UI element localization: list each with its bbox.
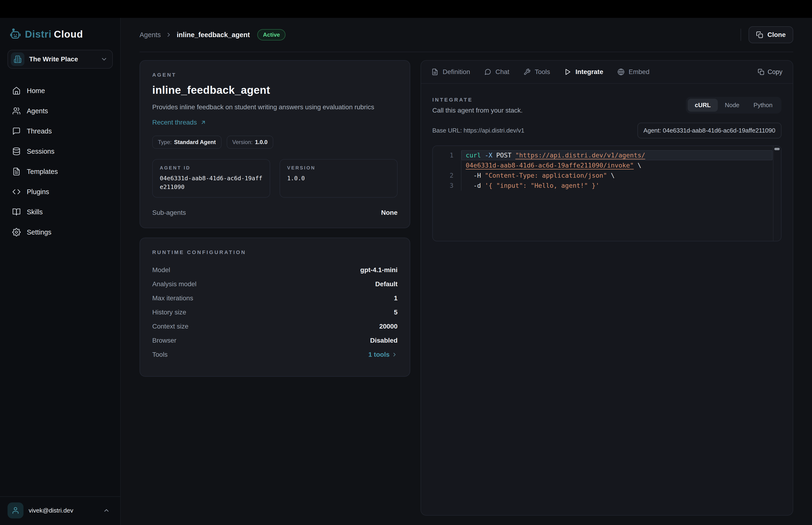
- tab-tools[interactable]: Tools: [523, 68, 550, 76]
- sub-agents-row: Sub-agents None: [152, 209, 398, 216]
- code-token-url: 04e6331d-aab8-41d6-ac6d-19affe211090/inv…: [466, 162, 634, 169]
- user-email: vivek@distri.dev: [29, 507, 98, 514]
- left-column: AGENT inline_feedback_agent Provides inl…: [140, 60, 410, 525]
- clone-button-label: Clone: [767, 31, 786, 39]
- tab-chat[interactable]: Chat: [484, 68, 509, 76]
- recent-threads-link[interactable]: Recent threads: [152, 119, 206, 126]
- line-number: 3: [433, 180, 461, 191]
- main-area: Agents inline_feedback_agent Active Clon…: [121, 18, 812, 525]
- agent-id-chip[interactable]: Agent: 04e6331d-aab8-41d6-ac6d-19affe211…: [638, 123, 781, 138]
- copy-button-label: Copy: [768, 69, 782, 76]
- building-icon: [11, 52, 25, 66]
- sidebar-item-home[interactable]: Home: [7, 83, 113, 99]
- tab-label: Integrate: [576, 68, 603, 76]
- integrate-header: INTEGRATE Call this agent from your stac…: [432, 97, 781, 114]
- runtime-row-value: gpt-4.1-mini: [360, 266, 398, 274]
- sub-agents-value: None: [381, 209, 398, 216]
- runtime-row-label: Model: [152, 266, 170, 274]
- tab-embed[interactable]: Embed: [617, 68, 650, 76]
- chevron-down-icon: [101, 56, 108, 63]
- type-pill-label: Type:: [158, 139, 172, 146]
- language-python[interactable]: Python: [747, 99, 780, 111]
- code-token-continuation: \: [634, 162, 641, 169]
- code-scrollbar-thumb[interactable]: [775, 148, 780, 150]
- chevron-right-icon: [392, 351, 398, 358]
- chevron-up-icon: [103, 507, 113, 514]
- runtime-row-value: 20000: [379, 322, 398, 330]
- header-divider: [740, 29, 741, 41]
- database-icon: [12, 147, 21, 155]
- page-header: Agents inline_feedback_agent Active Clon…: [140, 18, 793, 52]
- file-text-icon: [12, 167, 21, 176]
- home-icon: [12, 87, 21, 95]
- line-number: 2: [433, 170, 461, 180]
- code-token-continuation: \: [607, 172, 615, 179]
- tab-label: Tools: [535, 68, 550, 76]
- sidebar-item-templates[interactable]: Templates: [7, 164, 113, 180]
- code-token-flag: -X: [481, 152, 496, 159]
- runtime-row-value: Default: [375, 280, 398, 288]
- workspace-selector[interactable]: The Write Place: [7, 50, 113, 69]
- breadcrumb: Agents inline_feedback_agent Active: [140, 29, 286, 41]
- code-icon: [12, 188, 21, 196]
- tools-link[interactable]: 1 tools: [368, 351, 398, 358]
- sidebar-item-skills[interactable]: Skills: [7, 204, 113, 220]
- sidebar-item-label: Threads: [27, 127, 52, 135]
- sidebar-item-label: Plugins: [27, 188, 49, 196]
- gear-icon: [12, 228, 21, 236]
- globe-icon: [617, 69, 625, 75]
- sidebar-nav: Home Agents Threads Sessions Templates: [7, 83, 113, 240]
- tab-definition[interactable]: Definition: [431, 68, 470, 76]
- copy-button[interactable]: Copy: [758, 69, 782, 76]
- user-avatar-icon: [7, 502, 24, 519]
- clone-button[interactable]: Clone: [749, 26, 793, 43]
- endpoint-row: Base URL: https://api.distri.dev/v1 Agen…: [432, 123, 781, 138]
- integrate-titles: INTEGRATE Call this agent from your stac…: [432, 97, 523, 114]
- runtime-rows: Model gpt-4.1-mini Analysis model Defaul…: [152, 263, 398, 362]
- runtime-row-max-iterations: Max iterations 1: [152, 291, 398, 305]
- sidebar-item-label: Templates: [27, 168, 58, 176]
- code-line: 2 -H "Content-Type: application/json" \: [433, 170, 781, 180]
- sidebar: DistriCloud The Write Place: [0, 18, 121, 525]
- breadcrumb-current: inline_feedback_agent: [177, 31, 250, 39]
- line-number: 1: [433, 150, 461, 160]
- integrate-section-label: INTEGRATE: [432, 97, 523, 103]
- brand-name: DistriCloud: [25, 29, 83, 40]
- code-token-flag: -d: [466, 182, 485, 189]
- tab-label: Embed: [629, 68, 650, 76]
- sidebar-item-plugins[interactable]: Plugins: [7, 184, 113, 200]
- brand-logo: DistriCloud: [7, 26, 113, 41]
- app-root: DistriCloud The Write Place: [0, 0, 812, 525]
- version-box: VERSION 1.0.0: [280, 159, 398, 198]
- runtime-section-label: RUNTIME CONFIGURATION: [152, 249, 398, 255]
- sidebar-item-agents[interactable]: Agents: [7, 103, 113, 119]
- agent-id-boxes: AGENT ID 04e6331d-aab8-41d6-ac6d-19affe2…: [152, 159, 398, 198]
- tab-integrate[interactable]: Integrate: [564, 68, 603, 76]
- robot-logo-icon: [10, 28, 21, 41]
- language-switcher: cURL Node Python: [686, 97, 781, 114]
- language-curl[interactable]: cURL: [688, 99, 718, 111]
- tab-label: Chat: [495, 68, 509, 76]
- book-open-icon: [12, 208, 21, 216]
- code-token-space: [511, 152, 515, 159]
- brand-distri: Distri: [25, 29, 51, 40]
- play-icon: [564, 69, 571, 75]
- agent-detail-panel: Definition Chat Tools Integrate: [420, 60, 793, 515]
- sidebar-item-threads[interactable]: Threads: [7, 123, 113, 139]
- breadcrumb-agents-link[interactable]: Agents: [140, 31, 161, 39]
- page-content: AGENT inline_feedback_agent Provides inl…: [121, 52, 812, 525]
- top-black-bar: [0, 0, 812, 18]
- header-actions: Clone: [740, 26, 793, 43]
- language-node[interactable]: Node: [718, 99, 747, 111]
- app-shell: DistriCloud The Write Place: [0, 18, 812, 525]
- user-menu[interactable]: vivek@distri.dev: [7, 502, 113, 519]
- version-pill: Version: 1.0.0: [227, 136, 273, 149]
- sidebar-item-sessions[interactable]: Sessions: [7, 144, 113, 159]
- runtime-row-browser: Browser Disabled: [152, 333, 398, 348]
- runtime-row-value: 1: [394, 295, 398, 302]
- code-token-command: curl: [466, 152, 481, 159]
- copy-icon: [756, 31, 763, 38]
- chevron-right-icon: [165, 31, 172, 38]
- sidebar-item-label: Settings: [27, 228, 51, 236]
- sidebar-item-settings[interactable]: Settings: [7, 224, 113, 240]
